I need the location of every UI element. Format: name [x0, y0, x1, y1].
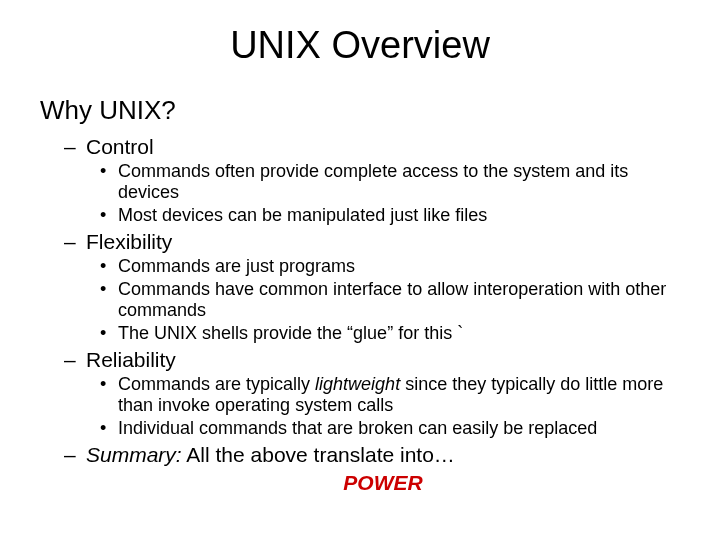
bullet-item: Commands are typically lightweight since… [118, 374, 680, 415]
bullet-list: Commands are just programs Commands have… [86, 256, 680, 343]
summary-label: Summary: [86, 443, 182, 466]
bullet-item: Individual commands that are broken can … [118, 418, 680, 439]
bullet-item: Commands are just programs [118, 256, 680, 277]
bullet-text-pre: Individual commands that are broken can … [118, 418, 597, 438]
section-heading: Control [86, 135, 154, 158]
section-control: Control Commands often provide complete … [86, 134, 680, 225]
bullet-text-italic: lightweight [315, 374, 400, 394]
slide: UNIX Overview Why UNIX? Control Commands… [0, 24, 720, 540]
bullet-list: Commands often provide complete access t… [86, 161, 680, 225]
bullet-item: Most devices can be manipulated just lik… [118, 205, 680, 226]
bullet-text-pre: Commands are typically [118, 374, 315, 394]
summary-power: POWER [86, 470, 680, 495]
bullet-item: The UNIX shells provide the “glue” for t… [118, 323, 680, 344]
bullet-item: Commands have common interface to allow … [118, 279, 680, 320]
bullet-item: Commands often provide complete access t… [118, 161, 680, 202]
section-reliability: Reliability Commands are typically light… [86, 347, 680, 438]
outline-list: Control Commands often provide complete … [40, 134, 680, 495]
section-heading: Reliability [86, 348, 176, 371]
section-flexibility: Flexibility Commands are just programs C… [86, 229, 680, 343]
section-summary: Summary: All the above translate into… P… [86, 442, 680, 494]
bullet-list: Commands are typically lightweight since… [86, 374, 680, 438]
slide-subtitle: Why UNIX? [40, 95, 680, 126]
slide-title: UNIX Overview [40, 24, 680, 67]
section-heading: Flexibility [86, 230, 172, 253]
summary-text: All the above translate into… [182, 443, 455, 466]
